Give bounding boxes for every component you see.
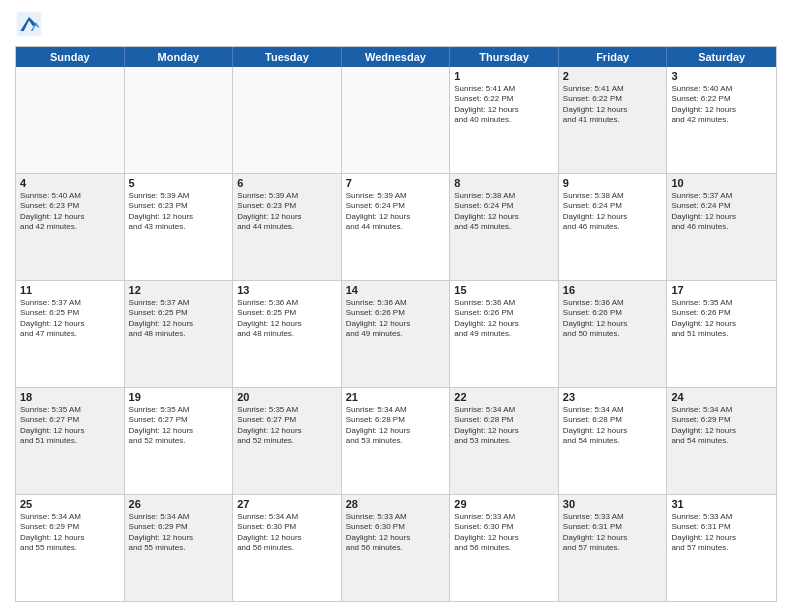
calendar-header-tuesday: Tuesday (233, 47, 342, 67)
calendar-cell: 17Sunrise: 5:35 AM Sunset: 6:26 PM Dayli… (667, 281, 776, 387)
day-info: Sunrise: 5:33 AM Sunset: 6:31 PM Dayligh… (563, 512, 663, 554)
calendar-cell: 13Sunrise: 5:36 AM Sunset: 6:25 PM Dayli… (233, 281, 342, 387)
calendar-cell: 10Sunrise: 5:37 AM Sunset: 6:24 PM Dayli… (667, 174, 776, 280)
day-info: Sunrise: 5:33 AM Sunset: 6:30 PM Dayligh… (346, 512, 446, 554)
logo (15, 10, 47, 38)
day-number: 21 (346, 391, 446, 403)
calendar-cell (125, 67, 234, 173)
day-number: 1 (454, 70, 554, 82)
calendar-header-saturday: Saturday (667, 47, 776, 67)
day-number: 26 (129, 498, 229, 510)
day-number: 22 (454, 391, 554, 403)
calendar-cell: 2Sunrise: 5:41 AM Sunset: 6:22 PM Daylig… (559, 67, 668, 173)
day-info: Sunrise: 5:34 AM Sunset: 6:29 PM Dayligh… (129, 512, 229, 554)
calendar-header-sunday: Sunday (16, 47, 125, 67)
calendar-header-friday: Friday (559, 47, 668, 67)
day-info: Sunrise: 5:39 AM Sunset: 6:24 PM Dayligh… (346, 191, 446, 233)
day-info: Sunrise: 5:38 AM Sunset: 6:24 PM Dayligh… (563, 191, 663, 233)
day-info: Sunrise: 5:41 AM Sunset: 6:22 PM Dayligh… (454, 84, 554, 126)
calendar-cell (16, 67, 125, 173)
page: SundayMondayTuesdayWednesdayThursdayFrid… (0, 0, 792, 612)
day-info: Sunrise: 5:36 AM Sunset: 6:26 PM Dayligh… (563, 298, 663, 340)
calendar-cell: 24Sunrise: 5:34 AM Sunset: 6:29 PM Dayli… (667, 388, 776, 494)
day-info: Sunrise: 5:33 AM Sunset: 6:30 PM Dayligh… (454, 512, 554, 554)
calendar-cell: 3Sunrise: 5:40 AM Sunset: 6:22 PM Daylig… (667, 67, 776, 173)
calendar-week-3: 11Sunrise: 5:37 AM Sunset: 6:25 PM Dayli… (16, 281, 776, 388)
day-number: 30 (563, 498, 663, 510)
day-info: Sunrise: 5:33 AM Sunset: 6:31 PM Dayligh… (671, 512, 772, 554)
calendar-cell: 12Sunrise: 5:37 AM Sunset: 6:25 PM Dayli… (125, 281, 234, 387)
day-number: 8 (454, 177, 554, 189)
calendar-cell: 31Sunrise: 5:33 AM Sunset: 6:31 PM Dayli… (667, 495, 776, 601)
day-info: Sunrise: 5:36 AM Sunset: 6:26 PM Dayligh… (454, 298, 554, 340)
calendar-header-wednesday: Wednesday (342, 47, 451, 67)
calendar-cell: 20Sunrise: 5:35 AM Sunset: 6:27 PM Dayli… (233, 388, 342, 494)
calendar-week-2: 4Sunrise: 5:40 AM Sunset: 6:23 PM Daylig… (16, 174, 776, 281)
calendar-week-4: 18Sunrise: 5:35 AM Sunset: 6:27 PM Dayli… (16, 388, 776, 495)
day-info: Sunrise: 5:37 AM Sunset: 6:25 PM Dayligh… (129, 298, 229, 340)
day-number: 24 (671, 391, 772, 403)
calendar-cell: 7Sunrise: 5:39 AM Sunset: 6:24 PM Daylig… (342, 174, 451, 280)
day-number: 9 (563, 177, 663, 189)
calendar-cell: 21Sunrise: 5:34 AM Sunset: 6:28 PM Dayli… (342, 388, 451, 494)
calendar: SundayMondayTuesdayWednesdayThursdayFrid… (15, 46, 777, 602)
day-info: Sunrise: 5:34 AM Sunset: 6:28 PM Dayligh… (454, 405, 554, 447)
calendar-cell: 14Sunrise: 5:36 AM Sunset: 6:26 PM Dayli… (342, 281, 451, 387)
day-number: 31 (671, 498, 772, 510)
day-info: Sunrise: 5:37 AM Sunset: 6:25 PM Dayligh… (20, 298, 120, 340)
day-info: Sunrise: 5:38 AM Sunset: 6:24 PM Dayligh… (454, 191, 554, 233)
calendar-cell: 6Sunrise: 5:39 AM Sunset: 6:23 PM Daylig… (233, 174, 342, 280)
calendar-cell: 5Sunrise: 5:39 AM Sunset: 6:23 PM Daylig… (125, 174, 234, 280)
calendar-week-1: 1Sunrise: 5:41 AM Sunset: 6:22 PM Daylig… (16, 67, 776, 174)
day-number: 19 (129, 391, 229, 403)
logo-icon (15, 10, 43, 38)
day-number: 6 (237, 177, 337, 189)
calendar-cell: 23Sunrise: 5:34 AM Sunset: 6:28 PM Dayli… (559, 388, 668, 494)
day-info: Sunrise: 5:34 AM Sunset: 6:29 PM Dayligh… (20, 512, 120, 554)
day-info: Sunrise: 5:40 AM Sunset: 6:22 PM Dayligh… (671, 84, 772, 126)
day-info: Sunrise: 5:36 AM Sunset: 6:25 PM Dayligh… (237, 298, 337, 340)
day-number: 4 (20, 177, 120, 189)
calendar-header-monday: Monday (125, 47, 234, 67)
day-number: 7 (346, 177, 446, 189)
calendar-cell: 29Sunrise: 5:33 AM Sunset: 6:30 PM Dayli… (450, 495, 559, 601)
day-info: Sunrise: 5:34 AM Sunset: 6:28 PM Dayligh… (563, 405, 663, 447)
calendar-cell: 26Sunrise: 5:34 AM Sunset: 6:29 PM Dayli… (125, 495, 234, 601)
day-info: Sunrise: 5:39 AM Sunset: 6:23 PM Dayligh… (237, 191, 337, 233)
day-number: 13 (237, 284, 337, 296)
calendar-week-5: 25Sunrise: 5:34 AM Sunset: 6:29 PM Dayli… (16, 495, 776, 601)
day-info: Sunrise: 5:39 AM Sunset: 6:23 PM Dayligh… (129, 191, 229, 233)
day-info: Sunrise: 5:37 AM Sunset: 6:24 PM Dayligh… (671, 191, 772, 233)
calendar-body: 1Sunrise: 5:41 AM Sunset: 6:22 PM Daylig… (16, 67, 776, 601)
day-number: 2 (563, 70, 663, 82)
day-info: Sunrise: 5:36 AM Sunset: 6:26 PM Dayligh… (346, 298, 446, 340)
calendar-cell: 9Sunrise: 5:38 AM Sunset: 6:24 PM Daylig… (559, 174, 668, 280)
day-info: Sunrise: 5:35 AM Sunset: 6:27 PM Dayligh… (20, 405, 120, 447)
calendar-cell: 18Sunrise: 5:35 AM Sunset: 6:27 PM Dayli… (16, 388, 125, 494)
day-info: Sunrise: 5:40 AM Sunset: 6:23 PM Dayligh… (20, 191, 120, 233)
day-number: 11 (20, 284, 120, 296)
day-number: 16 (563, 284, 663, 296)
day-number: 15 (454, 284, 554, 296)
calendar-cell: 1Sunrise: 5:41 AM Sunset: 6:22 PM Daylig… (450, 67, 559, 173)
calendar-cell: 11Sunrise: 5:37 AM Sunset: 6:25 PM Dayli… (16, 281, 125, 387)
day-info: Sunrise: 5:35 AM Sunset: 6:26 PM Dayligh… (671, 298, 772, 340)
calendar-cell: 28Sunrise: 5:33 AM Sunset: 6:30 PM Dayli… (342, 495, 451, 601)
calendar-header-thursday: Thursday (450, 47, 559, 67)
day-number: 10 (671, 177, 772, 189)
calendar-cell (233, 67, 342, 173)
calendar-cell: 22Sunrise: 5:34 AM Sunset: 6:28 PM Dayli… (450, 388, 559, 494)
calendar-header-row: SundayMondayTuesdayWednesdayThursdayFrid… (16, 47, 776, 67)
day-number: 5 (129, 177, 229, 189)
day-number: 18 (20, 391, 120, 403)
day-number: 28 (346, 498, 446, 510)
day-number: 14 (346, 284, 446, 296)
calendar-cell: 8Sunrise: 5:38 AM Sunset: 6:24 PM Daylig… (450, 174, 559, 280)
svg-rect-0 (17, 12, 42, 37)
day-number: 20 (237, 391, 337, 403)
calendar-cell: 27Sunrise: 5:34 AM Sunset: 6:30 PM Dayli… (233, 495, 342, 601)
day-number: 25 (20, 498, 120, 510)
day-number: 27 (237, 498, 337, 510)
day-info: Sunrise: 5:34 AM Sunset: 6:30 PM Dayligh… (237, 512, 337, 554)
day-info: Sunrise: 5:34 AM Sunset: 6:29 PM Dayligh… (671, 405, 772, 447)
